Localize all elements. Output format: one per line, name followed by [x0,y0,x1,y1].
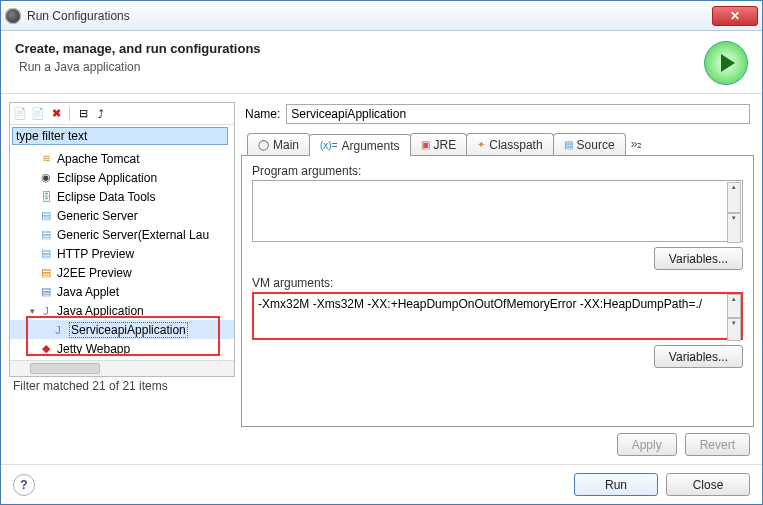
main-tab-icon: ◯ [258,139,269,150]
name-label: Name: [245,107,280,121]
tree-item[interactable]: ▤Java Applet [10,282,234,301]
tree-item[interactable]: ≋Apache Tomcat [10,149,234,168]
program-args-input[interactable] [252,180,743,242]
delete-button[interactable]: ✖ [48,106,64,122]
header-subtitle: Run a Java application [19,60,704,74]
type-icon: ◉ [38,170,54,186]
left-pane: 📄 📄 ✖ ⊟ ⤴ ≋Apache Tomcat◉Eclipse Applica… [9,102,235,456]
filter-status: Filter matched 21 of 21 items [9,377,235,395]
run-large-icon [704,41,748,85]
arguments-tab-icon: (x)= [320,140,338,151]
tab-jre[interactable]: ▣JRE [410,133,468,155]
jetty-icon: ◆ [38,341,54,357]
name-input[interactable] [286,104,750,124]
window-title: Run Configurations [27,9,712,23]
tree-item[interactable]: ▤Generic Server(External Lau [10,225,234,244]
type-icon: ▤ [38,265,54,281]
titlebar: Run Configurations ✕ [1,1,762,31]
type-icon: ▤ [38,284,54,300]
toolbar-separator [69,107,70,121]
jre-tab-icon: ▣ [421,139,430,150]
horizontal-scrollbar[interactable] [10,360,234,376]
java-app-icon: J [38,303,54,319]
tree-label: J2EE Preview [57,266,132,280]
revert-button[interactable]: Revert [685,433,750,456]
type-icon: ▤ [38,208,54,224]
vm-args-label: VM arguments: [252,276,743,290]
tab-bar: ◯Main (x)=Arguments ▣JRE ✦Classpath ▤Sou… [241,132,754,156]
new-config-button[interactable]: 📄 [12,106,28,122]
tree-item[interactable]: ▤HTTP Preview [10,244,234,263]
source-tab-icon: ▤ [564,139,573,150]
type-icon: ▤ [38,246,54,262]
spinner-down-icon[interactable]: ▾ [727,318,741,342]
app-icon [5,8,21,24]
program-args-label: Program arguments: [252,164,743,178]
tree-label: HTTP Preview [57,247,134,261]
program-variables-button[interactable]: Variables... [654,247,743,270]
type-icon: ▤ [38,227,54,243]
tree-label: Generic Server(External Lau [57,228,209,242]
collapse-all-button[interactable]: ⤴ [93,106,109,122]
tree-label: Jetty Webapp [57,342,130,356]
tree-label: Eclipse Application [57,171,157,185]
tree-label: Generic Server [57,209,138,223]
tab-classpath[interactable]: ✦Classpath [466,133,553,155]
tree-item[interactable]: ◉Eclipse Application [10,168,234,187]
window-close-button[interactable]: ✕ [712,6,758,26]
spinner-up-icon[interactable]: ▴ [727,294,741,318]
tree-label: ServiceapiApplication [69,322,188,338]
vm-args-input[interactable]: -Xmx32M -Xms32M -XX:+HeapDumpOnOutOfMemo… [252,292,743,340]
tree-item-selected[interactable]: J ServiceapiApplication [10,320,234,339]
tab-source[interactable]: ▤Source [553,133,626,155]
vm-variables-button[interactable]: Variables... [654,345,743,368]
tree-twisty-icon[interactable]: ▾ [26,306,38,316]
header: Create, manage, and run configurations R… [1,31,762,94]
tab-overflow[interactable]: »₂ [625,137,649,151]
duplicate-button[interactable]: 📄 [30,106,46,122]
type-icon: ≋ [38,151,54,167]
expand-all-button[interactable]: ⊟ [75,106,91,122]
help-button[interactable]: ? [13,474,35,496]
type-icon: 🗄 [38,189,54,205]
config-tree[interactable]: ≋Apache Tomcat◉Eclipse Application🗄Eclip… [10,147,234,360]
tree-label: Apache Tomcat [57,152,140,166]
header-title: Create, manage, and run configurations [15,41,704,56]
arguments-panel: Program arguments: ▴▾ Variables... VM ar… [241,156,754,427]
tree-label: Java Application [57,304,144,318]
dialog-footer: ? Run Close [1,464,762,504]
spinner-up-icon[interactable]: ▴ [727,182,741,213]
tab-arguments[interactable]: (x)=Arguments [309,134,411,156]
java-launch-icon: J [50,322,66,338]
tree-item[interactable]: 🗄Eclipse Data Tools [10,187,234,206]
spinner-down-icon[interactable]: ▾ [727,213,741,244]
run-button[interactable]: Run [574,473,658,496]
apply-button[interactable]: Apply [617,433,677,456]
right-pane: Name: ◯Main (x)=Arguments ▣JRE ✦Classpat… [241,102,754,456]
tree-label: Java Applet [57,285,119,299]
tree-item[interactable]: ▤Generic Server [10,206,234,225]
classpath-tab-icon: ✦ [477,139,485,150]
tab-main[interactable]: ◯Main [247,133,310,155]
tree-toolbar: 📄 📄 ✖ ⊟ ⤴ [10,103,234,125]
tree-item[interactable]: ▤J2EE Preview [10,263,234,282]
close-button[interactable]: Close [666,473,750,496]
filter-input[interactable] [12,127,228,145]
tree-item[interactable]: ◆ Jetty Webapp [10,339,234,358]
tree-item[interactable]: ▾ J Java Application [10,301,234,320]
tree-label: Eclipse Data Tools [57,190,156,204]
